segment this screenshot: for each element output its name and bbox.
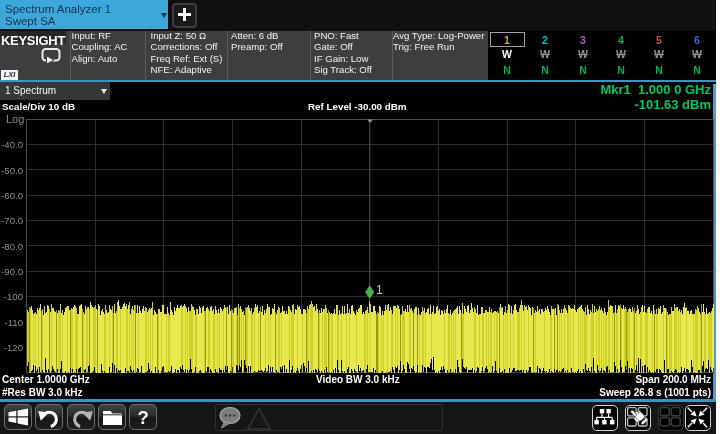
svg-text:1: 1 bbox=[376, 283, 383, 297]
